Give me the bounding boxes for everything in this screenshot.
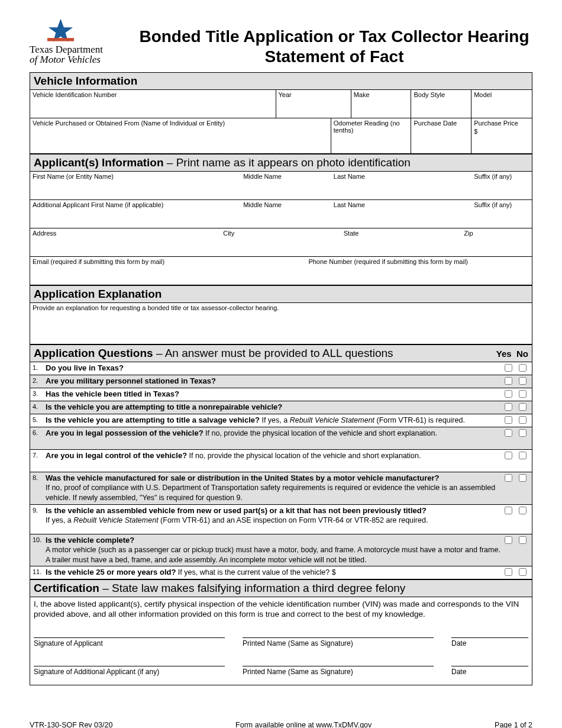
zip-label: Zip — [464, 230, 473, 237]
state-input[interactable] — [344, 237, 460, 246]
form-number: VTR-130-SOF Rev 03/20 — [30, 721, 112, 728]
certification-header: Certification – State law makes falsifyi… — [30, 579, 532, 597]
question-row-1: 1.Do you live in Texas? — [30, 362, 532, 375]
yes-checkbox-8[interactable] — [505, 474, 512, 482]
purchase-date-input[interactable] — [414, 127, 469, 136]
question-number: 6. — [33, 429, 46, 436]
applicant-row-1: First Name (or Entity Name) Middle Name … — [30, 172, 532, 200]
question-number: 1. — [33, 363, 46, 371]
certification-text: I, the above listed applicant(s), certif… — [34, 600, 528, 620]
address-input[interactable] — [33, 237, 218, 246]
yes-checkbox-6[interactable] — [505, 429, 512, 437]
city-label: City — [223, 230, 234, 237]
question-number: 2. — [33, 376, 46, 384]
question-number: 7. — [33, 451, 46, 459]
vehicle-info-header: Vehicle Information — [30, 72, 532, 90]
question-text: Do you live in Texas? — [46, 363, 501, 373]
vehicle-row-1: Vehicle Identification Number Year Make … — [30, 90, 532, 118]
footer-url: Form available online at www.TxDMV.gov — [235, 721, 372, 728]
vin-label: Vehicle Identification Number — [33, 91, 117, 98]
add-last-name-label: Last Name — [334, 201, 365, 208]
add-last-name-input[interactable] — [334, 208, 469, 217]
first-name-input[interactable] — [33, 180, 238, 189]
vin-input[interactable] — [33, 98, 273, 107]
no-checkbox-4[interactable] — [519, 403, 527, 411]
question-row-8: 8.Was the vehicle manufactured for sale … — [30, 472, 532, 505]
yes-checkbox-5[interactable] — [505, 416, 512, 424]
question-text: Has the vehicle been titled in Texas? — [46, 389, 501, 399]
no-checkbox-9[interactable] — [519, 507, 527, 514]
odometer-input[interactable] — [334, 134, 409, 143]
yes-checkbox-7[interactable] — [505, 452, 512, 459]
yes-checkbox-2[interactable] — [505, 377, 512, 385]
add-suffix-input[interactable] — [474, 208, 529, 217]
last-name-input[interactable] — [334, 180, 469, 189]
no-checkbox-2[interactable] — [519, 377, 527, 385]
purchase-price-input[interactable] — [477, 127, 522, 136]
question-row-9: 9.Is the vehicle an assembled vehicle fr… — [30, 505, 532, 534]
purchase-price-label: Purchase Price — [474, 120, 518, 127]
no-checkbox-3[interactable] — [519, 390, 527, 398]
signature-additional-label: Signature of Additional Applicant (if an… — [34, 666, 225, 677]
explanation-input[interactable] — [33, 311, 529, 320]
suffix-input[interactable] — [474, 180, 529, 189]
odometer-label: Odometer Reading (no tenths) — [334, 120, 400, 134]
yes-checkbox-9[interactable] — [505, 507, 512, 514]
no-checkbox-1[interactable] — [519, 364, 527, 372]
last-name-label: Last Name — [334, 173, 365, 180]
yes-checkbox-4[interactable] — [505, 403, 512, 411]
purchased-from-input[interactable] — [33, 127, 328, 136]
yes-checkbox-11[interactable] — [505, 568, 512, 576]
middle-name-input[interactable] — [243, 180, 329, 189]
question-text: Is the vehicle you are attempting to tit… — [46, 415, 501, 426]
question-text: Is the vehicle you are attempting to tit… — [46, 402, 501, 412]
add-first-name-input[interactable] — [33, 208, 238, 217]
yes-checkbox-1[interactable] — [505, 364, 512, 372]
question-row-10: 10.Is the vehicle complete?A motor vehic… — [30, 534, 532, 567]
zip-input[interactable] — [464, 237, 529, 246]
yes-checkbox-10[interactable] — [505, 536, 512, 544]
make-label: Make — [354, 91, 370, 98]
question-number: 9. — [33, 506, 46, 514]
model-input[interactable] — [474, 98, 529, 107]
no-checkbox-6[interactable] — [519, 429, 527, 437]
applicant-row-2: Additional Applicant First Name (if appl… — [30, 200, 532, 228]
question-text: Is the vehicle complete?A motor vehicle … — [46, 536, 501, 565]
vehicle-row-2: Vehicle Purchased or Obtained From (Name… — [30, 118, 532, 154]
no-checkbox-11[interactable] — [519, 568, 527, 576]
year-label: Year — [279, 91, 292, 98]
question-number: 10. — [33, 536, 46, 543]
body-input[interactable] — [414, 98, 469, 107]
printed-name-label-2: Printed Name (Same as Signature) — [243, 666, 434, 677]
city-input[interactable] — [223, 237, 339, 246]
no-checkbox-7[interactable] — [519, 452, 527, 459]
no-checkbox-10[interactable] — [519, 536, 527, 544]
page-footer: VTR-130-SOF Rev 03/20 Form available onl… — [30, 721, 532, 728]
explanation-prompt: Provide an explanation for requesting a … — [33, 304, 279, 311]
page-number: Page 1 of 2 — [495, 721, 532, 728]
year-input[interactable] — [279, 98, 348, 107]
question-number: 4. — [33, 402, 46, 410]
suffix-label: Suffix (if any) — [474, 173, 512, 180]
question-text: Is the vehicle 25 or more years old? If … — [46, 568, 501, 578]
phone-input[interactable] — [308, 265, 529, 274]
add-middle-name-input[interactable] — [243, 208, 329, 217]
no-checkbox-8[interactable] — [519, 474, 527, 482]
question-row-5: 5.Is the vehicle you are attempting to t… — [30, 414, 532, 427]
question-number: 3. — [33, 389, 46, 397]
date-label-1: Date — [451, 637, 528, 648]
question-row-7: 7.Are you in legal control of the vehicl… — [30, 450, 532, 472]
applicant-info-header: Applicant(s) Information – Print name as… — [30, 154, 532, 172]
body-label: Body Style — [414, 91, 445, 98]
no-checkbox-5[interactable] — [519, 416, 527, 424]
applicant-row-4: Email (required if submitting this form … — [30, 257, 532, 285]
question-text: Was the vehicle manufactured for sale or… — [46, 473, 501, 503]
address-label: Address — [33, 230, 56, 237]
state-label: State — [344, 230, 359, 237]
question-number: 11. — [33, 568, 46, 575]
question-row-2: 2.Are you military personnel stationed i… — [30, 375, 532, 388]
yes-checkbox-3[interactable] — [505, 390, 512, 398]
make-input[interactable] — [354, 98, 409, 107]
email-input[interactable] — [33, 265, 303, 274]
model-label: Model — [474, 91, 492, 98]
